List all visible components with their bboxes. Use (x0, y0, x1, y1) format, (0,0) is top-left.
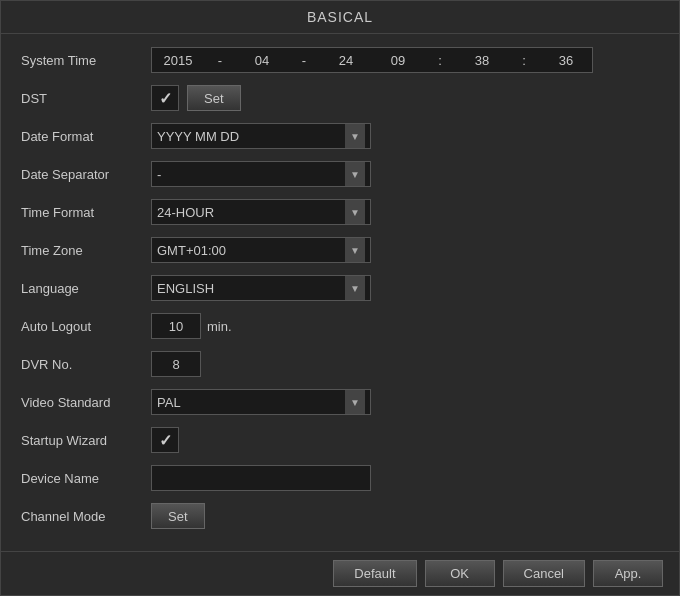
time-zone-arrow-icon: ▼ (345, 238, 365, 262)
system-time-label: System Time (21, 53, 151, 68)
auto-logout-label: Auto Logout (21, 319, 151, 334)
auto-logout-row: Auto Logout min. (21, 310, 659, 342)
language-row: Language ENGLISH ▼ (21, 272, 659, 304)
main-window: BASICAL System Time 2015 - 04 - 24 09 : … (0, 0, 680, 596)
date-separator-row: Date Separator - ▼ (21, 158, 659, 190)
dst-checkmark: ✓ (159, 89, 172, 108)
dvr-no-input[interactable] (151, 351, 201, 377)
time-day: 24 (328, 53, 364, 68)
time-zone-label: Time Zone (21, 243, 151, 258)
auto-logout-input[interactable] (151, 313, 201, 339)
dst-controls: ✓ Set (151, 85, 241, 111)
video-standard-label: Video Standard (21, 395, 151, 410)
date-separator-arrow-icon: ▼ (345, 162, 365, 186)
language-arrow-icon: ▼ (345, 276, 365, 300)
time-format-label: Time Format (21, 205, 151, 220)
language-dropdown[interactable]: ENGLISH ▼ (151, 275, 371, 301)
time-year: 2015 (160, 53, 196, 68)
date-format-arrow-icon: ▼ (345, 124, 365, 148)
startup-wizard-checkmark: ✓ (159, 431, 172, 450)
dvr-no-label: DVR No. (21, 357, 151, 372)
default-button[interactable]: Default (333, 560, 416, 587)
date-format-dropdown[interactable]: YYYY MM DD ▼ (151, 123, 371, 149)
channel-mode-set-button[interactable]: Set (151, 503, 205, 529)
time-zone-row: Time Zone GMT+01:00 ▼ (21, 234, 659, 266)
time-second: 36 (548, 53, 584, 68)
app-button[interactable]: App. (593, 560, 663, 587)
date-separator-dropdown[interactable]: - ▼ (151, 161, 371, 187)
time-format-dropdown[interactable]: 24-HOUR ▼ (151, 199, 371, 225)
title-bar: BASICAL (1, 1, 679, 34)
date-separator-value: - (157, 167, 345, 182)
video-standard-dropdown[interactable]: PAL ▼ (151, 389, 371, 415)
startup-wizard-label: Startup Wizard (21, 433, 151, 448)
dst-label: DST (21, 91, 151, 106)
date-separator-label: Date Separator (21, 167, 151, 182)
window-title: BASICAL (307, 9, 373, 25)
date-format-value: YYYY MM DD (157, 129, 345, 144)
startup-wizard-checkbox[interactable]: ✓ (151, 427, 179, 453)
dst-set-button[interactable]: Set (187, 85, 241, 111)
date-format-row: Date Format YYYY MM DD ▼ (21, 120, 659, 152)
time-zone-dropdown[interactable]: GMT+01:00 ▼ (151, 237, 371, 263)
video-standard-value: PAL (157, 395, 345, 410)
time-hour: 09 (380, 53, 416, 68)
channel-mode-label: Channel Mode (21, 509, 151, 524)
time-month: 04 (244, 53, 280, 68)
cancel-button[interactable]: Cancel (503, 560, 585, 587)
dst-row: DST ✓ Set (21, 82, 659, 114)
content-area: System Time 2015 - 04 - 24 09 : 38 : 36 … (1, 34, 679, 551)
language-label: Language (21, 281, 151, 296)
channel-mode-row: Channel Mode Set (21, 500, 659, 532)
footer: Default OK Cancel App. (1, 551, 679, 595)
sep1: - (202, 53, 238, 68)
time-minute: 38 (464, 53, 500, 68)
dvr-no-row: DVR No. (21, 348, 659, 380)
sep2: - (286, 53, 322, 68)
startup-wizard-row: Startup Wizard ✓ (21, 424, 659, 456)
auto-logout-unit: min. (207, 319, 232, 334)
time-zone-value: GMT+01:00 (157, 243, 345, 258)
system-time-row: System Time 2015 - 04 - 24 09 : 38 : 36 (21, 44, 659, 76)
date-format-label: Date Format (21, 129, 151, 144)
time-format-value: 24-HOUR (157, 205, 345, 220)
device-name-input[interactable] (151, 465, 371, 491)
sep3: : (422, 53, 458, 68)
device-name-label: Device Name (21, 471, 151, 486)
time-format-row: Time Format 24-HOUR ▼ (21, 196, 659, 228)
video-standard-arrow-icon: ▼ (345, 390, 365, 414)
system-time-display: 2015 - 04 - 24 09 : 38 : 36 (151, 47, 593, 73)
language-value: ENGLISH (157, 281, 345, 296)
ok-button[interactable]: OK (425, 560, 495, 587)
device-name-row: Device Name (21, 462, 659, 494)
video-standard-row: Video Standard PAL ▼ (21, 386, 659, 418)
dst-checkbox[interactable]: ✓ (151, 85, 179, 111)
sep4: : (506, 53, 542, 68)
time-format-arrow-icon: ▼ (345, 200, 365, 224)
